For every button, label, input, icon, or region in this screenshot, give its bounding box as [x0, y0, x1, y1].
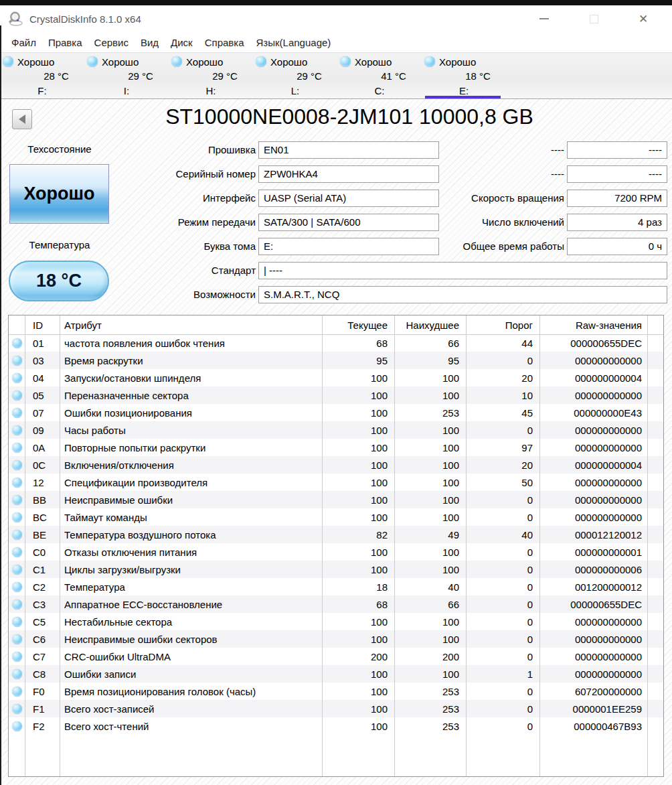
table-row: 04Запуски/остановки шпинделя100100200000… — [9, 369, 663, 386]
cell-raw: 000012120012 — [539, 526, 647, 543]
cell-attribute: Таймаут команды — [60, 508, 322, 526]
table-row: C2Температура18400001200000012 — [9, 578, 663, 595]
menu-item-view[interactable]: Вид — [135, 34, 165, 51]
cell-worst: 49 — [394, 526, 466, 543]
drive-letter: H: — [169, 84, 253, 98]
cell-worst: 100 — [394, 543, 466, 561]
menu-item-help[interactable]: Справка — [199, 34, 250, 51]
status-orb-icon — [12, 356, 22, 366]
drive-tab-c[interactable]: Хорошо41 °CC: — [337, 53, 422, 98]
field-value-power-on-hours: 0 ч — [567, 238, 667, 255]
cell-id: BB — [25, 491, 60, 508]
cell-id: C7 — [25, 648, 60, 665]
app-title: CrystalDiskInfo 8.1.0 x64 — [29, 13, 141, 25]
cell-worst: 40 — [394, 578, 466, 595]
table-row: 0AПовторные попытки раскрутки10010097000… — [9, 439, 663, 456]
cell-id: C8 — [25, 665, 60, 683]
cell-attribute: Повторные попытки раскрутки — [60, 439, 322, 456]
drive-tab-i[interactable]: Хорошо29 °CI: — [84, 53, 169, 98]
cell-raw: 000000467B93 — [539, 717, 647, 735]
drive-tab-f[interactable]: Хорошо28 °CF: — [0, 53, 84, 98]
cell-raw: 000000655DEC — [539, 595, 647, 613]
table-row: F2Всего хост-чтений1002530000000467B93 — [9, 717, 663, 735]
drive-tab-h[interactable]: Хорошо29 °CH: — [169, 53, 253, 98]
field-label-standard: Стандарт — [212, 262, 256, 279]
drive-temperature: 29 °C — [253, 69, 337, 84]
cell-id: 07 — [25, 404, 60, 421]
back-button[interactable] — [12, 109, 32, 129]
maximize-button[interactable] — [569, 5, 618, 32]
cell-worst: 100 — [394, 369, 466, 386]
cell-threshold: 0 — [466, 421, 539, 439]
cell-raw: 000000655DEC — [539, 334, 647, 352]
field-value-na-2: ---- — [567, 165, 667, 183]
cell-attribute: Циклы загрузки/выгрузки — [60, 561, 322, 578]
table-row: C7CRC-ошибки UltraDMA2002000000000000000 — [9, 648, 663, 665]
cell-worst: 95 — [394, 352, 466, 369]
table-gridline — [466, 315, 467, 776]
menu-item-disk[interactable]: Диск — [165, 34, 199, 51]
drive-tab-e[interactable]: Хорошо18 °CE: — [422, 53, 506, 98]
drive-temperature: 28 °C — [0, 69, 84, 84]
table-row: 05Переназначенные сектора100100100000000… — [9, 386, 663, 404]
cell-id: C6 — [25, 630, 60, 648]
health-status-button[interactable]: Хорошо — [9, 164, 109, 224]
cell-threshold: 0 — [466, 648, 539, 665]
field-value-serial-number: ZPW0HKA4 — [258, 165, 439, 183]
drive-status: Хорошо — [186, 56, 223, 68]
status-orb-icon — [424, 56, 435, 67]
cell-attribute: Неисправимые ошибки секторов — [60, 630, 322, 648]
cell-threshold: 0 — [466, 683, 539, 700]
cell-attribute: Включения/отключения — [60, 456, 322, 474]
menu-item-language[interactable]: Язык(Language) — [250, 34, 337, 51]
table-gridline — [60, 315, 60, 776]
status-orb-icon — [12, 547, 22, 557]
cell-raw: 000000000001 — [539, 543, 647, 561]
table-row: C0Отказы отключения питания1001000000000… — [9, 543, 663, 561]
field-value-power-on-count: 4 раз — [567, 214, 667, 231]
cell-raw: 0000001EE259 — [539, 700, 647, 717]
cell-current: 100 — [322, 700, 394, 717]
cell-current: 100 — [322, 421, 394, 439]
table-gridline — [25, 315, 25, 776]
cell-raw: 000000000000 — [539, 630, 647, 648]
drive-status: Хорошо — [355, 56, 392, 68]
status-orb-icon — [12, 478, 22, 488]
cell-id: F0 — [25, 683, 60, 700]
cell-worst: 66 — [394, 334, 466, 352]
table-gridline — [394, 315, 395, 776]
drive-tab-l[interactable]: Хорошо29 °CL: — [253, 53, 337, 98]
field-label-drive-letter: Буква тома — [203, 238, 256, 255]
cell-current: 100 — [322, 543, 394, 561]
cell-threshold: 40 — [466, 526, 539, 543]
cell-threshold: 0 — [466, 508, 539, 526]
field-label-rotation-rate: Скорость вращения — [471, 190, 564, 207]
status-orb-icon — [171, 56, 182, 67]
menu-item-function[interactable]: Сервис — [88, 34, 135, 51]
status-orb-icon — [12, 373, 22, 383]
status-orb-icon — [12, 721, 22, 731]
status-orb-icon — [3, 56, 13, 67]
cell-threshold: 44 — [466, 334, 539, 352]
menu-item-file[interactable]: Файл — [5, 34, 42, 51]
status-orb-icon — [12, 443, 22, 453]
close-button[interactable]: ✕ — [618, 5, 668, 32]
status-orb-icon — [12, 460, 22, 470]
table-row: BBНеисправимые ошибки1001000000000000000 — [9, 491, 663, 508]
field-value-na-1: ---- — [567, 141, 667, 159]
cell-id: 09 — [25, 421, 60, 439]
cell-threshold: 0 — [466, 595, 539, 613]
minimize-button[interactable] — [519, 5, 569, 32]
cell-current: 100 — [322, 561, 394, 578]
field-value-interface: UASP (Serial ATA) — [258, 190, 439, 207]
cell-attribute: Ошибки позиционирования — [60, 404, 322, 421]
cell-id: 05 — [25, 386, 60, 404]
drive-temperature: 41 °C — [337, 69, 422, 84]
cell-current: 100 — [322, 665, 394, 683]
status-orb-icon — [12, 338, 22, 348]
status-orb-icon — [256, 56, 266, 67]
menu-item-edit[interactable]: Правка — [42, 34, 88, 51]
field-label-features: Возможности — [193, 286, 256, 303]
cell-worst: 100 — [394, 491, 466, 508]
cell-id: C1 — [25, 561, 60, 578]
